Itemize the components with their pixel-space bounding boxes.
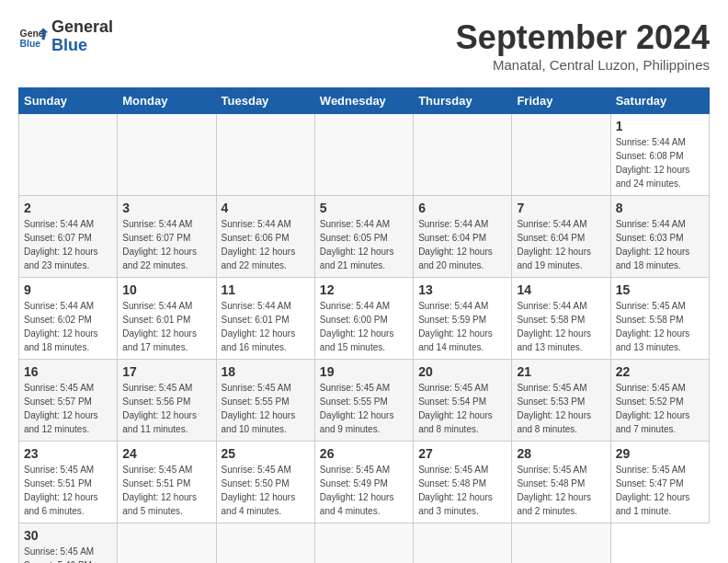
table-row: 13Sunrise: 5:44 AM Sunset: 5:59 PM Dayli… <box>414 278 512 360</box>
table-row: 5Sunrise: 5:44 AM Sunset: 6:05 PM Daylig… <box>314 196 413 278</box>
table-row: 23Sunrise: 5:45 AM Sunset: 5:51 PM Dayli… <box>19 442 118 523</box>
title-section: September 2024 Manatal, Central Luzon, P… <box>456 18 710 73</box>
table-row: 8Sunrise: 5:44 AM Sunset: 6:03 PM Daylig… <box>610 196 709 278</box>
table-row <box>512 523 610 564</box>
day-detail: Sunrise: 5:44 AM Sunset: 6:07 PM Dayligh… <box>24 217 112 272</box>
day-detail: Sunrise: 5:44 AM Sunset: 6:00 PM Dayligh… <box>320 299 408 354</box>
table-row: 12Sunrise: 5:44 AM Sunset: 6:00 PM Dayli… <box>314 278 413 360</box>
calendar-table: Sunday Monday Tuesday Wednesday Thursday… <box>18 87 710 563</box>
table-row: 24Sunrise: 5:45 AM Sunset: 5:51 PM Dayli… <box>118 442 216 523</box>
day-number: 21 <box>517 364 605 379</box>
day-detail: Sunrise: 5:44 AM Sunset: 5:59 PM Dayligh… <box>418 299 506 354</box>
day-number: 12 <box>320 282 408 297</box>
day-detail: Sunrise: 5:44 AM Sunset: 6:01 PM Dayligh… <box>222 299 310 354</box>
day-detail: Sunrise: 5:45 AM Sunset: 5:54 PM Dayligh… <box>418 381 506 436</box>
day-number: 23 <box>24 446 112 461</box>
calendar-row: 1Sunrise: 5:44 AM Sunset: 6:08 PM Daylig… <box>19 114 710 196</box>
day-number: 20 <box>418 364 506 379</box>
table-row <box>414 523 512 564</box>
day-number: 27 <box>418 446 506 461</box>
calendar-row: 9Sunrise: 5:44 AM Sunset: 6:02 PM Daylig… <box>19 278 710 360</box>
header-friday: Friday <box>512 88 610 114</box>
day-detail: Sunrise: 5:45 AM Sunset: 5:57 PM Dayligh… <box>24 381 112 436</box>
table-row <box>19 114 118 196</box>
table-row <box>512 114 610 196</box>
header-thursday: Thursday <box>414 88 512 114</box>
calendar-row: 23Sunrise: 5:45 AM Sunset: 5:51 PM Dayli… <box>19 442 710 523</box>
table-row: 16Sunrise: 5:45 AM Sunset: 5:57 PM Dayli… <box>19 360 118 442</box>
day-number: 22 <box>616 364 704 379</box>
calendar-row: 16Sunrise: 5:45 AM Sunset: 5:57 PM Dayli… <box>19 360 710 442</box>
table-row: 19Sunrise: 5:45 AM Sunset: 5:55 PM Dayli… <box>314 360 413 442</box>
day-detail: Sunrise: 5:45 AM Sunset: 5:49 PM Dayligh… <box>320 463 408 518</box>
day-number: 1 <box>616 119 704 133</box>
table-row: 22Sunrise: 5:45 AM Sunset: 5:52 PM Dayli… <box>610 360 709 442</box>
day-number: 18 <box>222 364 310 379</box>
header-monday: Monday <box>118 88 216 114</box>
table-row <box>314 523 413 564</box>
table-row <box>216 523 314 564</box>
calendar-row: 30Sunrise: 5:45 AM Sunset: 5:46 PM Dayli… <box>19 523 710 564</box>
day-number: 2 <box>24 201 112 215</box>
day-number: 16 <box>24 364 112 379</box>
day-detail: Sunrise: 5:45 AM Sunset: 5:48 PM Dayligh… <box>517 463 605 518</box>
day-number: 4 <box>222 201 310 215</box>
table-row: 17Sunrise: 5:45 AM Sunset: 5:56 PM Dayli… <box>118 360 216 442</box>
day-number: 28 <box>517 446 605 461</box>
logo-line1: General <box>51 18 113 37</box>
table-row: 7Sunrise: 5:44 AM Sunset: 6:04 PM Daylig… <box>512 196 610 278</box>
header-tuesday: Tuesday <box>216 88 314 114</box>
day-detail: Sunrise: 5:45 AM Sunset: 5:51 PM Dayligh… <box>24 463 112 518</box>
table-row <box>314 114 413 196</box>
header: General Blue General Blue September 2024… <box>18 18 710 73</box>
logo-text: General Blue <box>51 18 113 55</box>
table-row: 30Sunrise: 5:45 AM Sunset: 5:46 PM Dayli… <box>19 523 118 564</box>
day-number: 10 <box>122 282 210 297</box>
day-number: 14 <box>517 282 605 297</box>
day-number: 13 <box>418 282 506 297</box>
table-row: 6Sunrise: 5:44 AM Sunset: 6:04 PM Daylig… <box>414 196 512 278</box>
day-number: 9 <box>24 282 112 297</box>
month-title: September 2024 <box>456 18 710 57</box>
weekday-header-row: Sunday Monday Tuesday Wednesday Thursday… <box>19 88 710 114</box>
table-row <box>414 114 512 196</box>
table-row: 1Sunrise: 5:44 AM Sunset: 6:08 PM Daylig… <box>610 114 709 196</box>
day-number: 6 <box>418 201 506 215</box>
day-detail: Sunrise: 5:45 AM Sunset: 5:58 PM Dayligh… <box>616 299 704 354</box>
day-number: 24 <box>122 446 210 461</box>
day-detail: Sunrise: 5:44 AM Sunset: 6:05 PM Dayligh… <box>320 217 408 272</box>
day-detail: Sunrise: 5:44 AM Sunset: 5:58 PM Dayligh… <box>517 299 605 354</box>
day-number: 19 <box>320 364 408 379</box>
table-row <box>216 114 314 196</box>
table-row: 20Sunrise: 5:45 AM Sunset: 5:54 PM Dayli… <box>414 360 512 442</box>
header-saturday: Saturday <box>610 88 709 114</box>
day-number: 30 <box>24 528 112 543</box>
day-number: 8 <box>616 201 704 215</box>
day-detail: Sunrise: 5:45 AM Sunset: 5:52 PM Dayligh… <box>616 381 704 436</box>
day-detail: Sunrise: 5:44 AM Sunset: 6:01 PM Dayligh… <box>122 299 210 354</box>
table-row: 2Sunrise: 5:44 AM Sunset: 6:07 PM Daylig… <box>19 196 118 278</box>
day-number: 29 <box>616 446 704 461</box>
table-row <box>118 523 216 564</box>
table-row: 15Sunrise: 5:45 AM Sunset: 5:58 PM Dayli… <box>610 278 709 360</box>
table-row: 21Sunrise: 5:45 AM Sunset: 5:53 PM Dayli… <box>512 360 610 442</box>
table-row <box>118 114 216 196</box>
table-row: 27Sunrise: 5:45 AM Sunset: 5:48 PM Dayli… <box>414 442 512 523</box>
table-row: 29Sunrise: 5:45 AM Sunset: 5:47 PM Dayli… <box>610 442 709 523</box>
day-number: 25 <box>222 446 310 461</box>
table-row: 28Sunrise: 5:45 AM Sunset: 5:48 PM Dayli… <box>512 442 610 523</box>
day-number: 11 <box>222 282 310 297</box>
table-row: 4Sunrise: 5:44 AM Sunset: 6:06 PM Daylig… <box>216 196 314 278</box>
day-detail: Sunrise: 5:44 AM Sunset: 6:06 PM Dayligh… <box>222 217 310 272</box>
day-detail: Sunrise: 5:44 AM Sunset: 6:04 PM Dayligh… <box>517 217 605 272</box>
table-row: 26Sunrise: 5:45 AM Sunset: 5:49 PM Dayli… <box>314 442 413 523</box>
day-number: 5 <box>320 201 408 215</box>
day-detail: Sunrise: 5:45 AM Sunset: 5:51 PM Dayligh… <box>122 463 210 518</box>
day-detail: Sunrise: 5:45 AM Sunset: 5:56 PM Dayligh… <box>122 381 210 436</box>
day-detail: Sunrise: 5:45 AM Sunset: 5:50 PM Dayligh… <box>222 463 310 518</box>
table-row: 25Sunrise: 5:45 AM Sunset: 5:50 PM Dayli… <box>216 442 314 523</box>
table-row: 14Sunrise: 5:44 AM Sunset: 5:58 PM Dayli… <box>512 278 610 360</box>
day-number: 26 <box>320 446 408 461</box>
svg-text:Blue: Blue <box>20 39 41 49</box>
day-detail: Sunrise: 5:44 AM Sunset: 6:08 PM Dayligh… <box>616 135 704 190</box>
